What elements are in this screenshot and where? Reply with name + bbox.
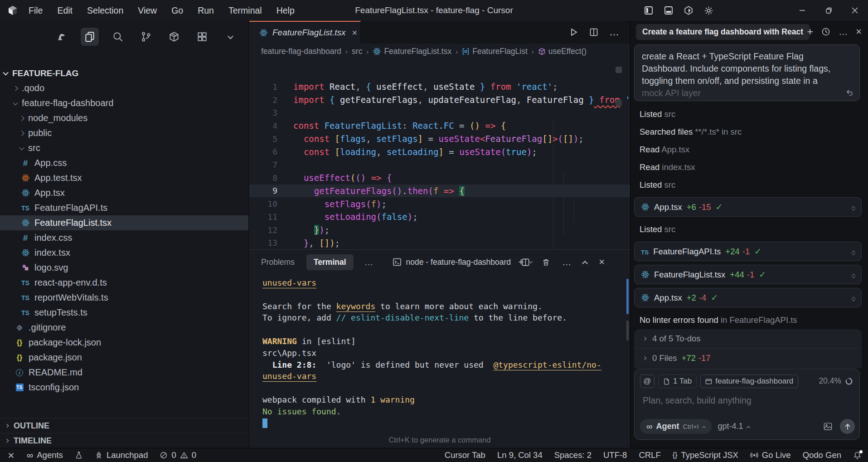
expand-card-icon[interactable] xyxy=(852,204,855,211)
tab-problems[interactable]: Problems xyxy=(261,258,295,267)
layout-grid-icon[interactable] xyxy=(193,28,211,46)
status-notifications[interactable] xyxy=(853,451,862,460)
status-cursor-tab[interactable]: Cursor Tab xyxy=(445,450,485,460)
search-icon[interactable] xyxy=(109,28,127,46)
code-line-4[interactable]: 4const FeatureFlagList: React.FC = () =>… xyxy=(249,119,630,132)
tab-context-chip[interactable]: 1 Tab xyxy=(658,374,697,388)
minimize-button[interactable] xyxy=(789,0,815,21)
chat-step[interactable]: Read App.tsx xyxy=(634,141,862,158)
tree-item-package-lock-json[interactable]: {}package-lock.json xyxy=(0,335,248,350)
status-language[interactable]: {}TypeScript JSX xyxy=(673,450,738,460)
breadcrumb[interactable]: feature-flag-dashboard›src›FeatureFlagLi… xyxy=(261,44,587,59)
split-editor-icon[interactable] xyxy=(589,28,598,37)
explorer-root-folder[interactable]: FEATURE-FLAG xyxy=(0,66,248,81)
status-problems[interactable]: 00 xyxy=(160,450,196,460)
status-cursor-position[interactable]: Ln 9, Col 34 xyxy=(497,450,543,460)
code-line-6[interactable]: 6 const [loading, setLoading] = useState… xyxy=(249,146,630,159)
menu-view[interactable]: View xyxy=(132,4,163,18)
close-button[interactable] xyxy=(842,0,868,21)
kill-terminal-icon[interactable] xyxy=(542,258,550,267)
extensions-icon[interactable] xyxy=(165,28,183,46)
menu-file[interactable]: File xyxy=(23,4,48,18)
code-line-8[interactable]: 8 useEffect(() => { xyxy=(249,171,630,185)
files-changed-row[interactable]: 0 Files +72 -17 xyxy=(634,349,862,368)
tree-item-package-json[interactable]: {}package.json xyxy=(0,350,248,365)
expand-card-icon[interactable] xyxy=(852,271,855,278)
terminal-scrollbar-thumb[interactable] xyxy=(626,321,629,340)
toggle-panel-icon[interactable] xyxy=(664,5,674,15)
code-line-1[interactable]: 1import React, { useEffect, useState } f… xyxy=(249,80,630,93)
tree-item-src[interactable]: src xyxy=(0,141,248,156)
tree-item--gitignore[interactable]: .gitignore xyxy=(0,320,248,335)
split-terminal-icon[interactable] xyxy=(521,258,530,267)
qodo-horse-icon[interactable] xyxy=(53,28,71,46)
tree-item-setuptests-ts[interactable]: TSsetupTests.ts xyxy=(0,305,248,320)
chat-step[interactable]: Listed src xyxy=(634,176,862,194)
outline-section[interactable]: OUTLINE xyxy=(0,418,248,433)
chat-input-box[interactable]: @ 1 Tab feature-flag-dashboard 20.4% Pla… xyxy=(634,369,860,440)
tree-item-react-app-env-d-ts[interactable]: TSreact-app-env.d.ts xyxy=(0,275,248,290)
tree-item-node-modules[interactable]: node_modules xyxy=(0,111,248,126)
menu-edit[interactable]: Edit xyxy=(51,4,78,18)
chat-step[interactable]: Listed src xyxy=(634,220,862,238)
expand-card-icon[interactable] xyxy=(852,248,855,255)
attach-image-icon[interactable] xyxy=(823,422,833,431)
toggle-sidebar-icon[interactable] xyxy=(644,5,654,15)
close-tab-icon[interactable]: × xyxy=(352,28,358,38)
todos-row[interactable]: 4 of 5 To-dos xyxy=(634,329,862,348)
code-line-5[interactable]: 5 const [flags, setFlags] = useState<Fea… xyxy=(249,132,630,146)
breadcrumb-item[interactable]: FeatureFlagList xyxy=(462,47,528,56)
model-selector[interactable]: gpt-4.1 xyxy=(718,422,750,431)
tree-item-public[interactable]: public xyxy=(0,126,248,141)
code-line-2[interactable]: 2import { getFeatureFlags, updateFeature… xyxy=(249,93,630,107)
tree-item--qodo[interactable]: .qodo xyxy=(0,81,248,96)
tree-item-featureflagapi-ts[interactable]: TSFeatureFlagAPI.ts xyxy=(0,200,248,215)
tree-item-app-css[interactable]: #App.css xyxy=(0,156,248,170)
menu-run[interactable]: Run xyxy=(192,4,220,18)
menu-help[interactable]: Help xyxy=(271,4,301,18)
expand-card-icon[interactable] xyxy=(852,294,855,302)
file-diff-card[interactable]: App.tsx+6-15✓ xyxy=(634,197,862,217)
more-actions-icon[interactable]: … xyxy=(609,26,619,38)
chat-step[interactable]: Read index.tsx xyxy=(634,158,862,176)
file-diff-card[interactable]: App.tsx+2-4✓ xyxy=(634,288,862,307)
restore-button[interactable] xyxy=(815,0,842,21)
tree-item-logo-svg[interactable]: logo.svg xyxy=(0,260,248,275)
status-qodo-gen[interactable]: Qodo Gen xyxy=(803,450,841,460)
code-line-13[interactable]: 13 }, []); xyxy=(249,236,630,249)
source-control-icon[interactable] xyxy=(137,28,155,46)
code-line-3[interactable]: 3 xyxy=(249,106,630,119)
maximize-panel-icon[interactable] xyxy=(582,260,588,266)
status-qodo[interactable] xyxy=(75,451,83,459)
history-icon[interactable] xyxy=(821,27,830,36)
tab-terminal[interactable]: Terminal xyxy=(306,254,354,270)
chat-title-tab[interactable]: Create a feature flag dashboard with Rea… xyxy=(636,24,810,40)
send-button[interactable] xyxy=(840,419,855,434)
user-message[interactable]: create a React + TypeScript Feature Flag… xyxy=(634,44,860,101)
tree-item-app-tsx[interactable]: App.tsx xyxy=(0,185,248,200)
status-launchpad[interactable]: Launchpad xyxy=(95,450,148,460)
mention-button[interactable]: @ xyxy=(640,374,655,388)
explorer-files-icon[interactable] xyxy=(81,28,99,46)
status-remote[interactable] xyxy=(7,452,15,459)
menu-go[interactable]: Go xyxy=(165,4,189,18)
terminal-output[interactable]: unused-vars Search for the keywords to l… xyxy=(262,277,601,429)
cursor-ai-pane-icon[interactable] xyxy=(684,5,693,15)
run-code-icon[interactable] xyxy=(569,28,578,37)
code-line-12[interactable]: 12 }); xyxy=(249,224,630,237)
status-indentation[interactable]: Spaces: 2 xyxy=(554,450,592,460)
status-encoding[interactable]: UTF-8 xyxy=(603,450,627,460)
chat-step[interactable]: Searched files **/*.ts* in src xyxy=(634,123,862,141)
more-tabs-icon[interactable]: … xyxy=(364,257,374,267)
status-agents[interactable]: ∞Agents xyxy=(27,450,63,461)
breadcrumb-item[interactable]: src xyxy=(352,47,362,56)
workspace-context-chip[interactable]: feature-flag-dashboard xyxy=(700,374,798,388)
terminal-more-icon[interactable]: … xyxy=(562,257,571,267)
chevron-down-icon[interactable] xyxy=(221,28,239,46)
status-go-live[interactable]: Go Live xyxy=(750,450,791,460)
tree-item-app-test-tsx[interactable]: App.test.tsx xyxy=(0,170,248,185)
tree-item-feature-flag-dashboard[interactable]: feature-flag-dashboard xyxy=(0,96,248,111)
agent-mode-selector[interactable]: ∞ Agent Ctrl+I xyxy=(640,419,712,434)
code-line-9[interactable]: 9 getFeatureFlags().then(f => { xyxy=(249,185,630,198)
code-line-10[interactable]: 10 setFlags(f); xyxy=(249,197,630,210)
